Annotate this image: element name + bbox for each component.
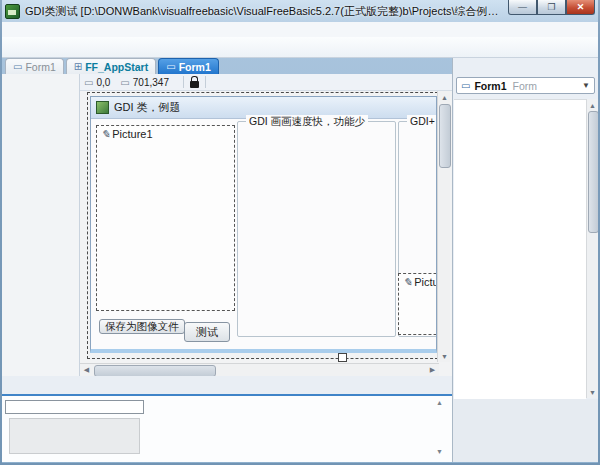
form-icon: ▭ <box>461 80 470 91</box>
property-grid <box>454 99 586 399</box>
pen-icon: ✎ <box>403 276 412 288</box>
gdi-group-title: GDI 画画速度快，功能少 <box>246 115 368 129</box>
separator <box>205 76 206 88</box>
picture1-control[interactable]: ✎Picture1 <box>96 125 235 311</box>
minimize-button[interactable]: — <box>508 0 537 15</box>
designer-hscrollbar[interactable]: ◀ ▶ <box>80 363 439 376</box>
scroll-right-arrow[interactable]: ▶ <box>426 364 439 376</box>
vscroll-thumb[interactable] <box>439 104 451 168</box>
tab-ff-appstart[interactable]: ⊞ FF_AppStart <box>66 58 156 74</box>
right-panel: ▭ Form1 Form ▼ ▲ ▼ <box>452 58 598 462</box>
dropdown-arrow-icon[interactable]: ▼ <box>582 81 590 90</box>
hscroll-thumb[interactable] <box>94 365 216 376</box>
designer-vscrollbar[interactable]: ▲ ▼ <box>437 91 450 362</box>
tab-form1-designer[interactable]: ▭ Form1 <box>158 58 219 74</box>
bottom-panel: ▲ ▼ <box>2 376 452 462</box>
pen-icon: ✎ <box>101 128 110 140</box>
position-indicator: ▭ 0,0 <box>84 77 110 88</box>
picture2-control[interactable]: ✎Picture2 <box>398 273 437 335</box>
close-button[interactable]: ✕ <box>566 0 595 15</box>
lock-icon[interactable] <box>190 81 199 88</box>
control-selector[interactable]: ▭ Form1 Form ▼ <box>456 77 595 94</box>
app-icon <box>5 4 20 19</box>
size-icon: ▭ <box>120 77 129 88</box>
property-scrollbar[interactable]: ▲ ▼ <box>586 99 598 398</box>
tab-form1-code[interactable]: ▭ Form1 <box>5 58 64 74</box>
help-search-input[interactable] <box>5 400 144 414</box>
menu-bar <box>2 22 598 38</box>
module-tab-icon: ⊞ <box>74 61 82 72</box>
form-icon <box>96 101 109 114</box>
scroll-down-arrow[interactable]: ▼ <box>436 448 443 455</box>
form-tab-icon: ▭ <box>166 61 175 72</box>
window-title: GDI类测试 [D:\DONWBank\visualfreebasic\Visu… <box>25 4 502 19</box>
main-toolbar <box>2 37 598 58</box>
gdi-group: GDI 画画速度快，功能少 <box>237 121 396 337</box>
designer-canvas[interactable]: GDI 类，例题 ✎Picture1 GDI 画画速度快，功能少 GDI+ 速度… <box>80 91 452 376</box>
right-panel-footer <box>453 399 598 462</box>
document-tabs: ▭ Form1 ⊞ FF_AppStart ▭ Form1 <box>2 58 452 74</box>
form-tab-icon: ▭ <box>13 61 22 72</box>
save-image-button[interactable]: 保存为图像文件 <box>99 319 185 334</box>
maximize-button[interactable]: ❐ <box>537 0 566 15</box>
scroll-up-arrow[interactable]: ▲ <box>586 99 598 111</box>
bottom-panel-tabs <box>2 376 452 394</box>
scroll-down-arrow[interactable]: ▼ <box>586 386 598 398</box>
scroll-left-arrow[interactable]: ◀ <box>80 364 93 376</box>
designer-toolbar: ▭ 0,0 ▭ 701,347 <box>80 74 452 91</box>
position-icon: ▭ <box>84 77 93 88</box>
size-indicator: ▭ 701,347 <box>120 77 169 88</box>
help-content: ▲ ▼ <box>2 394 452 462</box>
form-title: GDI 类，例题 <box>114 100 181 115</box>
gdiplus-group-title: GDI+ 速度 <box>407 115 437 129</box>
window-controls: — ❐ ✕ <box>508 0 595 15</box>
control-toolbox <box>2 74 80 392</box>
ide-window: GDI类测试 [D:\DONWBank\visualfreebasic\Visu… <box>0 0 600 465</box>
scroll-up-arrow[interactable]: ▲ <box>436 399 443 406</box>
separator <box>183 76 184 88</box>
resize-handle[interactable] <box>338 353 347 362</box>
test-button[interactable]: 测试 <box>184 322 230 342</box>
help-preview-box <box>9 418 140 454</box>
designed-form[interactable]: GDI 类，例题 ✎Picture1 GDI 画画速度快，功能少 GDI+ 速度… <box>90 96 437 353</box>
scroll-down-arrow[interactable]: ▼ <box>438 350 451 362</box>
right-panel-tabs <box>453 58 598 74</box>
title-bar: GDI类测试 [D:\DONWBank\visualfreebasic\Visu… <box>0 0 600 22</box>
scroll-up-arrow[interactable]: ▲ <box>438 91 451 103</box>
pscroll-thumb[interactable] <box>588 111 598 233</box>
